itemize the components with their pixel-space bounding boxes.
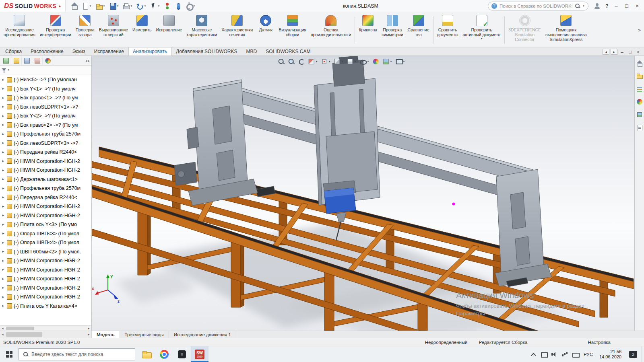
tree-item[interactable]: ►(-) Плита ось Y<3> (По умо (0, 220, 91, 229)
tree-item[interactable]: ►(-) Бок право<1> ->? (По ум (0, 93, 91, 103)
viewport-horizontal-scrollbar[interactable]: ◂ ▸ (0, 331, 92, 338)
home-button[interactable] (70, 2, 79, 10)
scene-button[interactable] (636, 111, 644, 119)
chrome-taskbar-button[interactable] (155, 346, 173, 362)
tree-item[interactable]: ►(-) Передача рейка R2440< (0, 148, 91, 157)
scroll-right-icon[interactable]: ▸ (88, 59, 90, 63)
expand-arrow-icon[interactable]: ► (2, 177, 5, 181)
tree-item[interactable]: ►(-) Низ<5> ->? (По умолчан (0, 75, 91, 84)
tree-item[interactable]: ►(-) Профельная труба 2570м (0, 184, 91, 193)
prev-window-button[interactable]: ◂ (603, 49, 609, 55)
rebuild-button[interactable] (162, 2, 172, 10)
expand-arrow-icon[interactable]: ► (2, 87, 5, 90)
expand-arrow-icon[interactable]: ► (2, 132, 5, 136)
taskbar-clock[interactable]: 21:56 14.06.2020 (596, 349, 625, 360)
expand-arrow-icon[interactable]: ► (2, 277, 5, 281)
scroll-left-icon[interactable]: ◂ (0, 333, 5, 336)
panel-tab[interactable] (43, 56, 53, 65)
scrollbar-thumb[interactable] (6, 327, 34, 330)
cnc-assembly-model[interactable]: Y x z Активация Windows Чтобы активирова… (92, 56, 634, 331)
filter-funnel-icon[interactable] (2, 68, 6, 71)
expand-arrow-icon[interactable]: ► (2, 123, 5, 127)
tree-item[interactable]: ►(-) Держатель шаговика<1> (0, 175, 91, 184)
chevron-down-icon[interactable]: ▼ (582, 5, 585, 7)
tree-item[interactable]: ►(-) HIWIN Corporation-HGH-2 (0, 166, 91, 175)
maximize-button[interactable]: □ (621, 1, 632, 11)
doc-minimize-button[interactable]: – (619, 49, 625, 55)
view-settings-button[interactable]: ▼ (395, 58, 405, 65)
command-tab[interactable]: Сборка (1, 47, 26, 56)
command-tab[interactable]: Добавления SOLIDWORKS (171, 47, 242, 56)
command-tab[interactable]: Анализировать (128, 47, 171, 56)
tree-item[interactable]: ►(-) Опора ШВП<3> (По умол (0, 229, 91, 239)
zoom-area-button[interactable] (288, 58, 295, 65)
sensor-button[interactable]: Датчик (255, 13, 276, 47)
tree-item[interactable]: ►(-) Профельная труба 2570м (0, 130, 91, 139)
scrollbar-track[interactable] (5, 326, 86, 331)
expand-arrow-icon[interactable]: ► (2, 232, 5, 235)
hole-alignment-button[interactable]: Выравнивание отверстий (97, 13, 130, 47)
scroll-right-icon[interactable]: ▸ (86, 333, 91, 336)
media-app-taskbar-button[interactable] (173, 346, 191, 362)
panel-tab[interactable] (1, 56, 11, 65)
expand-arrow-icon[interactable]: ► (2, 159, 5, 163)
expand-arrow-icon[interactable]: ► (2, 295, 5, 299)
zoom-fit-button[interactable] (278, 58, 285, 65)
tree-item[interactable]: ►(-) HIWIN Corporation-HGH-2 (0, 157, 91, 166)
tree-item[interactable]: ►(-) HIWIN Corporation-HGR-2 (0, 256, 91, 265)
select-arrow-button[interactable]: ▼ (149, 2, 161, 10)
next-window-button[interactable]: ▸ (611, 49, 617, 55)
tree-item[interactable]: ►(-) Бок право<2> ->? (По ум (0, 121, 91, 130)
symmetry-check-button[interactable]: Проверка симметрии (380, 13, 405, 47)
taskbar-folder-taskbar-button[interactable] (138, 346, 155, 362)
annotation-visibility-button[interactable]: ▼ (321, 58, 331, 65)
simulationxpress-button[interactable]: Помощник выполнения анализа SimulationXp… (543, 13, 589, 47)
language-indicator[interactable]: РУС (580, 352, 596, 357)
edit-appearance-button[interactable] (372, 58, 380, 65)
solidworks-taskbar-button[interactable]: SW2020 (191, 346, 208, 362)
tree-horizontal-scrollbar[interactable]: ◂ ▸ (0, 325, 91, 331)
section-properties-button[interactable]: Характеристики сечения (219, 13, 255, 47)
keyboard-button[interactable] (570, 346, 580, 362)
repair-button[interactable]: Исправление (154, 13, 184, 47)
document-view-tab[interactable]: Модель (92, 331, 120, 338)
expand-arrow-icon[interactable]: ► (2, 286, 5, 290)
user-account-icon[interactable] (593, 2, 601, 10)
expand-arrow-icon[interactable]: ► (2, 214, 5, 217)
section-view-button[interactable]: ▼ (308, 58, 318, 65)
expand-arrow-icon[interactable]: ► (2, 304, 5, 308)
panel-tab[interactable] (32, 56, 43, 65)
performance-evaluation-button[interactable]: Оценка производительности (309, 13, 353, 47)
command-tab[interactable]: MBD (242, 47, 261, 56)
chevron-up-button[interactable] (528, 346, 539, 362)
options-gear-button[interactable]: ▼ (184, 2, 196, 10)
tree-item[interactable]: ►(-) ШВП 600мм<2> (По умол. (0, 247, 91, 257)
panel-tab[interactable] (11, 56, 22, 65)
expand-arrow-icon[interactable]: ► (2, 250, 5, 253)
ribbon-overflow-icon[interactable]: » (636, 27, 642, 33)
expand-arrow-icon[interactable]: ► (2, 141, 5, 145)
expand-arrow-icon[interactable]: ► (2, 195, 5, 199)
previous-view-button[interactable] (298, 58, 305, 65)
document-view-tab[interactable]: Трехмерные виды (120, 331, 169, 338)
tree-item[interactable]: ►(-) Передача рейка R2440< (0, 193, 91, 202)
scroll-left-icon[interactable]: ◂ (0, 327, 5, 330)
expand-arrow-icon[interactable]: ► (2, 259, 5, 263)
mass-properties-button[interactable]: Массовые характеристики (184, 13, 219, 47)
scroll-right-icon[interactable]: ▸ (86, 327, 91, 330)
brand-expand-icon[interactable]: ▸ (59, 4, 61, 8)
expand-arrow-icon[interactable]: ► (2, 105, 5, 109)
doc-close-button[interactable]: × (635, 49, 642, 55)
custom-properties-button[interactable] (636, 123, 644, 132)
doc-restore-button[interactable]: □ (627, 49, 634, 55)
scroll-left-icon[interactable]: ◂ (85, 59, 87, 63)
document-view-tab[interactable]: Исследование движения 1 (169, 331, 236, 338)
command-tab[interactable]: SOLIDWORKS CAM (261, 47, 315, 56)
expand-arrow-icon[interactable]: ► (2, 150, 5, 154)
volume-button[interactable] (549, 346, 559, 362)
hide-show-items-button[interactable]: ▼ (359, 58, 369, 65)
expand-arrow-icon[interactable]: ► (2, 268, 5, 272)
customization-label[interactable]: Настройка (588, 340, 611, 345)
expand-arrow-icon[interactable]: ► (2, 205, 5, 208)
scrollbar-thumb[interactable] (6, 332, 42, 337)
